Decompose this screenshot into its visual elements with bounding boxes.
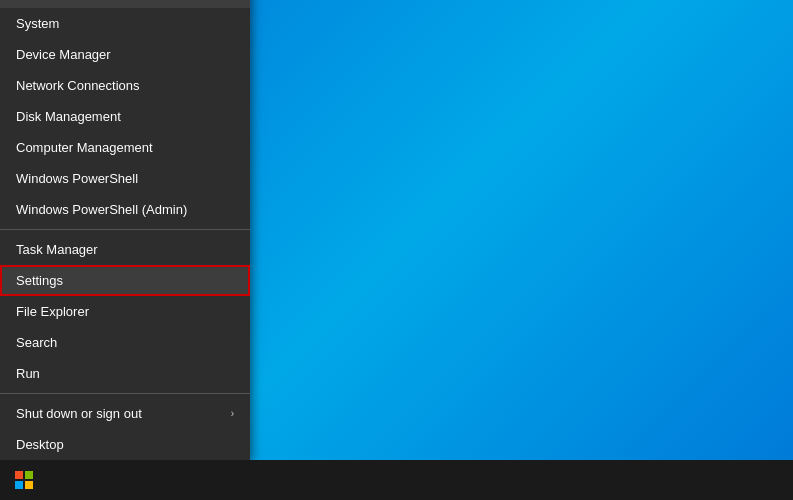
menu-item-label-system: System: [16, 16, 59, 31]
desktop: Apps and FeaturesPower OptionsEvent View…: [0, 0, 793, 500]
taskbar: [0, 460, 793, 500]
menu-item-label-windows-powershell-admin: Windows PowerShell (Admin): [16, 202, 187, 217]
menu-item-shut-down-or-sign-out[interactable]: Shut down or sign out›: [0, 398, 250, 429]
menu-item-windows-powershell[interactable]: Windows PowerShell: [0, 163, 250, 194]
context-menu: Apps and FeaturesPower OptionsEvent View…: [0, 0, 250, 460]
menu-item-label-windows-powershell: Windows PowerShell: [16, 171, 138, 186]
menu-item-label-task-manager: Task Manager: [16, 242, 98, 257]
windows-logo-icon: [15, 471, 33, 489]
start-icon-red: [15, 471, 23, 479]
menu-item-label-disk-management: Disk Management: [16, 109, 121, 124]
start-button[interactable]: [0, 460, 48, 500]
menu-separator: [0, 393, 250, 394]
menu-item-network-connections[interactable]: Network Connections: [0, 70, 250, 101]
menu-separator: [0, 229, 250, 230]
menu-item-run[interactable]: Run: [0, 358, 250, 389]
menu-item-event-viewer[interactable]: Event Viewer: [0, 0, 250, 8]
menu-item-task-manager[interactable]: Task Manager: [0, 234, 250, 265]
menu-item-windows-powershell-admin[interactable]: Windows PowerShell (Admin): [0, 194, 250, 225]
menu-item-label-device-manager: Device Manager: [16, 47, 111, 62]
menu-item-label-run: Run: [16, 366, 40, 381]
menu-item-desktop[interactable]: Desktop: [0, 429, 250, 460]
menu-item-label-shut-down-or-sign-out: Shut down or sign out: [16, 406, 142, 421]
start-icon-green: [25, 471, 33, 479]
menu-item-label-settings: Settings: [16, 273, 63, 288]
menu-item-search[interactable]: Search: [0, 327, 250, 358]
menu-item-disk-management[interactable]: Disk Management: [0, 101, 250, 132]
menu-item-device-manager[interactable]: Device Manager: [0, 39, 250, 70]
menu-item-label-desktop: Desktop: [16, 437, 64, 452]
menu-item-system[interactable]: System: [0, 8, 250, 39]
menu-item-label-file-explorer: File Explorer: [16, 304, 89, 319]
menu-item-file-explorer[interactable]: File Explorer: [0, 296, 250, 327]
menu-item-label-network-connections: Network Connections: [16, 78, 140, 93]
menu-item-label-computer-management: Computer Management: [16, 140, 153, 155]
submenu-chevron-icon: ›: [231, 408, 234, 419]
menu-item-label-search: Search: [16, 335, 57, 350]
start-icon-blue: [15, 481, 23, 489]
menu-item-settings[interactable]: Settings: [0, 265, 250, 296]
start-icon-yellow: [25, 481, 33, 489]
menu-item-computer-management[interactable]: Computer Management: [0, 132, 250, 163]
